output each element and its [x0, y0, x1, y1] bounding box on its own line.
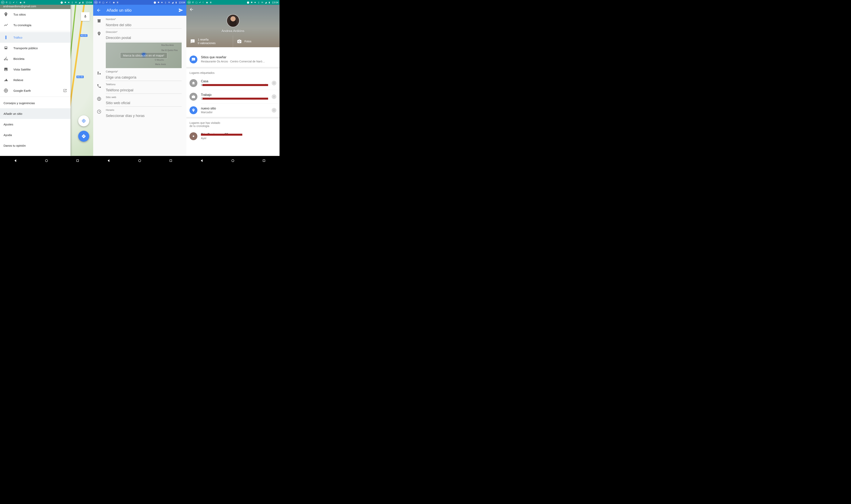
drawer-item-help[interactable]: Ayuda — [0, 129, 71, 140]
profile-name: Andrea Ardións — [187, 29, 280, 33]
drawer-item-traffic[interactable]: Tráfico — [0, 32, 71, 43]
stat-line: Fotos — [245, 40, 251, 43]
send-icon[interactable] — [178, 8, 183, 13]
home-button[interactable] — [44, 158, 49, 163]
home-button[interactable] — [137, 158, 142, 163]
signal-icon: ◢ — [171, 1, 174, 4]
app-bar: Añade un sitio — [93, 5, 187, 16]
section-header: Lugares etiquetados — [187, 69, 280, 76]
field-label: Sitio web — [106, 96, 182, 98]
drawer-item-earth[interactable]: Google Earth — [0, 85, 71, 96]
account-email: andreaardions@gmail.com — [3, 5, 36, 8]
clock-time: 13:04 — [272, 1, 278, 4]
location-icon: ⬤ — [154, 1, 156, 4]
phone-profile-screen: 96 ✆ ▢ ✔ ☾ ◉ ≣ ⬤ ✱ ★ ▯ H ◢ ▮ 13:04 Andre… — [187, 0, 280, 165]
place-custom[interactable]: nuevo sitio Marcador ✕ — [187, 104, 280, 117]
system-nav-bar — [93, 156, 187, 165]
remove-button[interactable]: ✕ — [272, 108, 277, 113]
redacted-bar — [201, 134, 242, 136]
image-icon: ▢ — [102, 1, 105, 4]
voice-search-button[interactable] — [81, 12, 90, 21]
map-preview[interactable]: Rúa Bos Aires Bar El Quinto Pino O Mouch… — [106, 42, 182, 68]
vibrate-icon: ▯ — [71, 1, 74, 4]
drawer-item-your-places[interactable]: Tus sitios — [0, 9, 71, 20]
back-button[interactable] — [199, 158, 204, 163]
directions-button[interactable] — [78, 131, 89, 142]
drawer-item-terrain[interactable]: Relieve — [0, 75, 71, 85]
drawer-item-label: Tráfico — [13, 36, 22, 39]
whatsapp-icon: ✆ — [5, 1, 8, 4]
home-button[interactable] — [230, 158, 235, 163]
pin-icon — [3, 12, 8, 17]
badge-icon: 96 — [188, 1, 191, 4]
place-home[interactable]: Casa Rruña ✕ — [187, 76, 280, 90]
weather-icon: ☾ — [109, 1, 112, 4]
stat-line: 1 reseña — [198, 38, 215, 41]
suggest-card[interactable]: Sitios que reseñar Restaurante Os Arcos … — [187, 52, 280, 67]
place-work[interactable]: Trabajo C ✕ — [187, 90, 280, 103]
navigation-drawer: andreaardions@gmail.com Tus sitios Tu cr… — [0, 0, 71, 156]
place-subtitle: Rruña — [201, 84, 268, 87]
star-icon: ★ — [161, 1, 163, 4]
drawer-item-add-place[interactable]: Añadir un sitio — [0, 108, 71, 119]
svg-rect-17 — [97, 72, 99, 73]
recents-button[interactable] — [169, 158, 173, 163]
recents-button[interactable] — [262, 158, 266, 163]
status-bar: 97 ✆ ▢ ✔ ☾ ◉ ≣ ⬤ ✱ ★ ▯ H ◢ ▮ 13:04 — [0, 0, 93, 5]
svg-point-25 — [232, 160, 234, 162]
place-visited[interactable]: Rúa Barrionovo, 22 Ayer — [187, 129, 280, 143]
map-chip: Marca la ubicación en el mapa* — [120, 52, 167, 58]
terrain-icon — [3, 77, 8, 82]
phone-input[interactable] — [106, 88, 182, 94]
drawer-item-transit[interactable]: Transporte público — [0, 43, 71, 53]
svg-point-1 — [83, 120, 84, 122]
my-location-button[interactable] — [78, 115, 89, 126]
drawer-item-feedback[interactable]: Danos tu opinión — [0, 140, 71, 151]
microphone-icon — [83, 15, 87, 18]
drawer-item-satellite[interactable]: Vista Satélite — [0, 64, 71, 75]
website-input[interactable] — [106, 101, 182, 107]
satellite-icon — [3, 67, 8, 72]
back-button[interactable] — [13, 158, 18, 163]
drawer-item-label: Consejos y sugerencias — [3, 102, 35, 105]
field-label: Teléfono — [106, 83, 182, 86]
camera-icon — [237, 39, 242, 44]
field-label: Nombre* — [106, 18, 182, 21]
whatsapp-icon: ✆ — [192, 1, 194, 4]
back-button[interactable] — [106, 158, 111, 163]
recents-button[interactable] — [75, 158, 80, 163]
remove-button[interactable]: ✕ — [272, 81, 277, 86]
drawer-item-bicycle[interactable]: Bicicleta — [0, 53, 71, 64]
weather-icon: ☾ — [16, 1, 19, 4]
road-badge: AG-55 — [76, 76, 84, 78]
badge-icon: 96 — [94, 1, 97, 4]
drawer-item-label: Relieve — [13, 78, 23, 82]
svg-point-9 — [6, 49, 7, 49]
system-nav-bar — [0, 156, 93, 165]
drawer-item-tips[interactable]: Consejos y sugerencias — [0, 98, 71, 108]
stop-icon — [192, 134, 195, 138]
field-label: Horario — [106, 108, 182, 111]
crosshair-icon — [81, 119, 86, 123]
drawer-item-settings[interactable]: Ajustes — [0, 119, 71, 129]
place-subtitle: Ayer — [201, 137, 277, 140]
place-title: Trabajo — [201, 93, 268, 97]
avatar[interactable] — [227, 14, 240, 27]
svg-point-5 — [6, 38, 6, 39]
name-input[interactable] — [106, 23, 182, 29]
svg-rect-24 — [193, 136, 194, 137]
address-input[interactable] — [106, 35, 182, 41]
photos-stat[interactable]: Fotos — [233, 35, 280, 47]
hours-input[interactable] — [106, 113, 182, 119]
review-icon — [192, 57, 195, 61]
back-arrow-icon[interactable] — [96, 8, 101, 13]
home-icon — [192, 81, 195, 85]
vibrate-icon: ▯ — [257, 1, 260, 4]
field-label: Categoría* — [106, 70, 182, 73]
drawer-item-timeline[interactable]: Tu cronología — [0, 20, 71, 30]
remove-button[interactable]: ✕ — [272, 94, 277, 99]
back-button[interactable] — [189, 7, 194, 12]
category-input[interactable] — [106, 75, 182, 81]
reviews-stat[interactable]: 1 reseña0 valoraciones — [187, 35, 233, 47]
place-subtitle: C — [201, 97, 268, 100]
